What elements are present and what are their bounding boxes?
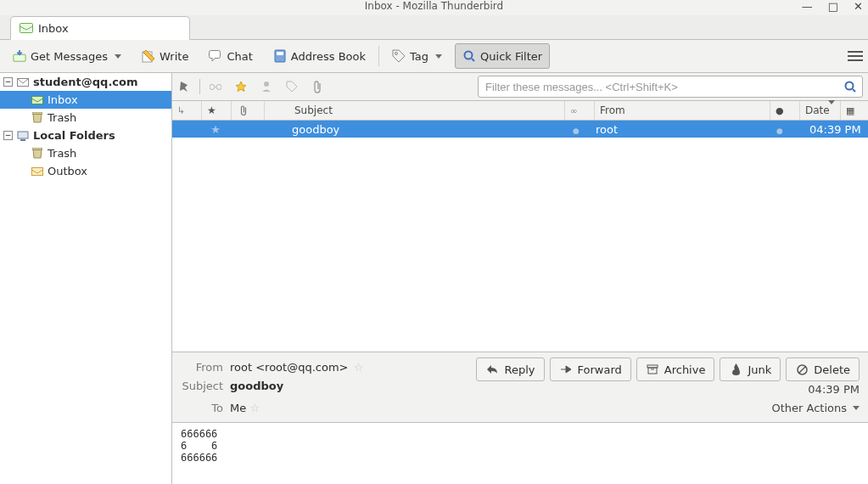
- folder-label: Outbox: [48, 165, 87, 177]
- filter-input[interactable]: [484, 80, 843, 94]
- col-date[interactable]: Date: [800, 101, 841, 120]
- preview-date: 04:39 PM: [808, 383, 860, 396]
- folder-local-trash[interactable]: Trash: [0, 144, 171, 162]
- local-folders-row[interactable]: − Local Folders: [0, 127, 171, 144]
- message-row[interactable]: ★ goodboy ● root ● 04:39 PM: [172, 121, 868, 138]
- forward-button[interactable]: Forward: [550, 357, 631, 381]
- svg-point-20: [846, 82, 854, 90]
- reply-icon: [485, 363, 499, 376]
- from-value[interactable]: root <root@qq.com>: [230, 361, 348, 374]
- folder-inbox[interactable]: Inbox: [0, 91, 171, 109]
- search-icon[interactable]: [843, 80, 857, 93]
- folder-label: Trash: [48, 111, 76, 124]
- svg-rect-0: [20, 24, 33, 33]
- msg-date: 04:39 PM: [794, 123, 868, 136]
- star-filter-icon[interactable]: [234, 80, 248, 93]
- separator: [199, 79, 200, 94]
- read-dot-icon[interactable]: ●: [573, 127, 580, 135]
- message-body[interactable]: 666666 6 6 666666: [172, 423, 868, 484]
- collapse-icon[interactable]: −: [3, 131, 13, 140]
- quick-filter-bar: [172, 73, 868, 101]
- junk-button[interactable]: Junk: [720, 357, 781, 381]
- svg-rect-11: [32, 112, 42, 115]
- attachment-filter-icon[interactable]: [311, 80, 324, 93]
- pin-icon[interactable]: [177, 80, 191, 93]
- col-picker[interactable]: ▦: [841, 101, 868, 120]
- chevron-down-icon: [853, 406, 860, 410]
- from-label: From: [181, 361, 223, 374]
- flame-icon: [729, 363, 742, 376]
- collapse-icon[interactable]: −: [3, 77, 13, 87]
- window-titlebar: Inbox - Mozilla Thunderbird — □ ✕: [0, 0, 868, 15]
- subject-value: goodboy: [230, 380, 283, 392]
- message-list[interactable]: ★ goodboy ● root ● 04:39 PM: [172, 121, 868, 352]
- write-label: Write: [160, 50, 188, 63]
- thread-icon: ↳: [177, 105, 185, 116]
- star-icon[interactable]: ★: [210, 123, 221, 136]
- delete-icon: [795, 363, 809, 376]
- forward-icon: [559, 363, 573, 376]
- archive-icon: [646, 363, 659, 376]
- attachment-icon: [237, 104, 250, 117]
- address-book-label: Address Book: [291, 50, 366, 63]
- reply-button[interactable]: Reply: [476, 357, 544, 381]
- folder-outbox[interactable]: Outbox: [0, 162, 171, 180]
- mail-account-icon: [16, 76, 30, 89]
- account-row[interactable]: − student@qq.com: [0, 73, 171, 91]
- star-icon[interactable]: ☆: [351, 360, 365, 374]
- sort-desc-icon: [826, 104, 835, 116]
- unread-filter-icon[interactable]: [209, 80, 222, 93]
- book-icon: [273, 49, 287, 63]
- to-label: To: [181, 402, 223, 414]
- chevron-down-icon: [115, 54, 121, 59]
- folder-trash[interactable]: Trash: [0, 109, 171, 127]
- svg-rect-15: [32, 167, 43, 175]
- tab-inbox[interactable]: Inbox: [10, 16, 190, 40]
- chat-button[interactable]: Chat: [201, 43, 260, 69]
- message-preview-header: From root <root@qq.com> ☆ Subject goodbo…: [172, 352, 868, 423]
- junk-dot-icon[interactable]: ●: [776, 127, 783, 135]
- filter-search-box[interactable]: [478, 76, 863, 98]
- message-list-header: ↳ ★ Subject ∞ From ● Date ▦: [172, 101, 868, 121]
- star-icon: ★: [207, 104, 216, 116]
- write-button[interactable]: Write: [134, 43, 196, 69]
- col-thread[interactable]: ↳: [172, 101, 202, 120]
- search-icon: [462, 49, 476, 63]
- star-icon[interactable]: ☆: [248, 401, 261, 414]
- trash-icon: [31, 111, 44, 125]
- window-minimize-button[interactable]: —: [802, 0, 813, 13]
- other-actions-button[interactable]: Other Actions: [771, 402, 860, 414]
- tag-label: Tag: [410, 50, 428, 63]
- col-from[interactable]: From: [595, 101, 770, 120]
- get-messages-button[interactable]: Get Messages: [5, 43, 129, 69]
- hamburger-menu-button[interactable]: [848, 51, 863, 61]
- col-star[interactable]: ★: [202, 101, 232, 120]
- download-mail-icon: [13, 49, 26, 63]
- tag-button[interactable]: Tag: [384, 43, 450, 69]
- folder-tree: − student@qq.com Inbox Trash − Local Fol…: [0, 73, 172, 484]
- delete-button[interactable]: Delete: [786, 357, 860, 381]
- window-maximize-button[interactable]: □: [828, 0, 838, 13]
- quick-filter-button[interactable]: Quick Filter: [455, 43, 550, 69]
- address-book-button[interactable]: Address Book: [266, 43, 373, 69]
- svg-rect-3: [210, 51, 221, 59]
- col-junk[interactable]: ●: [770, 101, 800, 120]
- window-title: Inbox - Mozilla Thunderbird: [365, 0, 503, 12]
- svg-rect-5: [277, 52, 283, 55]
- trash-icon: [31, 147, 44, 160]
- svg-line-21: [853, 89, 855, 92]
- col-read[interactable]: ∞: [565, 101, 595, 120]
- tag-filter-icon[interactable]: [285, 80, 299, 93]
- window-close-button[interactable]: ✕: [854, 0, 863, 13]
- tab-strip: Inbox: [0, 15, 868, 40]
- archive-button[interactable]: Archive: [636, 357, 715, 381]
- col-subject[interactable]: Subject: [265, 101, 565, 120]
- to-value[interactable]: Me: [230, 402, 246, 414]
- folder-label: Trash: [48, 147, 76, 160]
- tag-icon: [392, 49, 406, 63]
- col-attachment[interactable]: [232, 101, 265, 120]
- inbox-icon: [31, 93, 44, 107]
- contact-filter-icon[interactable]: [260, 80, 273, 93]
- write-icon: [142, 49, 155, 63]
- column-picker-icon: ▦: [846, 105, 854, 116]
